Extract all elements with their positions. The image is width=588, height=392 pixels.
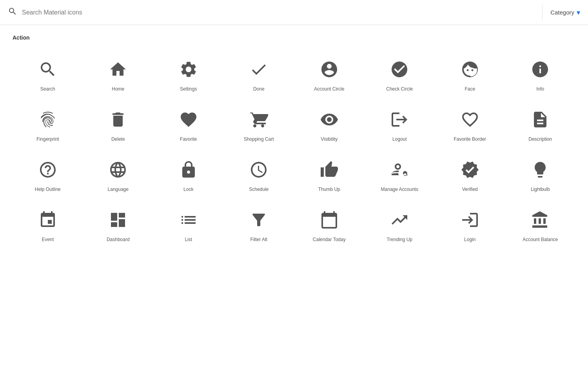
icon-label-fingerprint: Fingerprint: [36, 136, 59, 143]
manage_accounts-icon: [390, 158, 409, 181]
icon-item-filter_alt[interactable]: Filter Alt: [224, 201, 294, 248]
icon-label-help_outline: Help Outline: [35, 186, 61, 193]
icon-label-list: List: [185, 236, 192, 243]
icon-label-thumb_up: Thumb Up: [318, 186, 340, 193]
icon-label-description: Description: [528, 136, 552, 143]
icon-label-filter_alt: Filter Alt: [250, 236, 267, 243]
done-icon: [249, 58, 268, 81]
trending_up-icon: [390, 208, 409, 232]
account_circle-icon: [320, 58, 339, 81]
icon-item-info[interactable]: Info: [505, 50, 576, 97]
icon-item-delete[interactable]: Delete: [83, 100, 154, 147]
help_outline-icon: [38, 158, 57, 181]
face-icon: [461, 58, 479, 81]
icon-item-fingerprint[interactable]: Fingerprint: [13, 100, 83, 147]
main-content: Action SearchHomeSettingsDoneAccount Cir…: [0, 25, 588, 260]
category-button[interactable]: Category ▾: [550, 8, 580, 17]
icon-label-search: Search: [40, 86, 55, 93]
icon-label-visibility: Visibility: [321, 136, 338, 143]
calendar_today-icon: [320, 208, 339, 232]
chevron-down-icon: ▾: [577, 8, 580, 17]
icon-label-verified: Verified: [462, 186, 478, 193]
icon-item-list[interactable]: List: [153, 201, 224, 248]
delete-icon: [109, 108, 127, 131]
info-icon: [531, 58, 550, 81]
icon-item-manage_accounts[interactable]: Manage Accounts: [365, 151, 435, 198]
icon-item-lightbulb[interactable]: Lightbulb: [505, 151, 576, 198]
lightbulb-icon: [531, 158, 550, 181]
icon-item-face[interactable]: Face: [435, 50, 505, 97]
list-icon: [179, 208, 198, 232]
fingerprint-icon: [38, 108, 57, 131]
icon-item-favorite_border[interactable]: Favorite Border: [435, 100, 505, 147]
icon-label-login: Login: [464, 236, 475, 243]
icon-item-schedule[interactable]: Schedule: [224, 151, 294, 198]
description-icon: [531, 108, 550, 131]
icon-item-lock[interactable]: Lock: [153, 151, 224, 198]
icon-label-language: Language: [108, 186, 129, 193]
icon-item-dashboard[interactable]: Dashboard: [83, 201, 154, 248]
section-title: Action: [13, 34, 575, 41]
icon-item-help_outline[interactable]: Help Outline: [13, 151, 83, 198]
favorite-icon: [179, 108, 198, 131]
icon-label-lightbulb: Lightbulb: [531, 186, 550, 193]
icon-item-login[interactable]: Login: [435, 201, 505, 248]
icon-label-account_balance: Account Balance: [523, 236, 558, 243]
icon-label-face: Face: [465, 86, 475, 93]
icon-item-account_balance[interactable]: Account Balance: [505, 201, 576, 248]
icon-item-language[interactable]: Language: [83, 151, 154, 198]
icon-item-check_circle[interactable]: Check Circle: [365, 50, 435, 97]
icon-label-event: Event: [42, 236, 54, 243]
icon-label-favorite: Favorite: [180, 136, 197, 143]
icon-label-check_circle: Check Circle: [386, 86, 413, 93]
logout-icon: [390, 108, 409, 131]
icon-label-trending_up: Trending Up: [387, 236, 412, 243]
icon-label-delete: Delete: [111, 136, 125, 143]
icon-item-visibility[interactable]: Visibility: [294, 100, 365, 147]
verified-icon: [461, 158, 479, 181]
icon-item-home[interactable]: Home: [83, 50, 154, 97]
icon-item-event[interactable]: Event: [13, 201, 83, 248]
search-icon: [8, 7, 17, 18]
icon-label-account_circle: Account Circle: [314, 86, 344, 93]
icon-item-favorite[interactable]: Favorite: [153, 100, 224, 147]
home-icon: [109, 58, 127, 81]
dashboard-icon: [109, 208, 127, 232]
search-icon: [38, 58, 57, 81]
login-icon: [461, 208, 479, 232]
icon-item-done[interactable]: Done: [224, 50, 294, 97]
icon-label-lock: Lock: [183, 186, 193, 193]
icon-label-schedule: Schedule: [249, 186, 269, 193]
favorite_border-icon: [461, 108, 479, 131]
shopping_cart-icon: [249, 108, 268, 131]
icon-label-dashboard: Dashboard: [107, 236, 130, 243]
icon-label-manage_accounts: Manage Accounts: [381, 186, 418, 193]
search-input[interactable]: [22, 9, 534, 16]
icon-item-thumb_up[interactable]: Thumb Up: [294, 151, 365, 198]
icon-item-shopping_cart[interactable]: Shopping Cart: [224, 100, 294, 147]
icon-label-settings: Settings: [180, 86, 197, 93]
icon-label-home: Home: [112, 86, 124, 93]
category-label: Category: [550, 9, 574, 16]
header: Category ▾: [0, 0, 588, 25]
icon-item-logout[interactable]: Logout: [365, 100, 435, 147]
icon-label-favorite_border: Favorite Border: [454, 136, 486, 143]
lock-icon: [179, 158, 198, 181]
schedule-icon: [249, 158, 268, 181]
event-icon: [38, 208, 57, 232]
icon-label-info: Info: [536, 86, 544, 93]
language-icon: [109, 158, 127, 181]
settings-icon: [179, 58, 198, 81]
icon-grid: SearchHomeSettingsDoneAccount CircleChec…: [13, 50, 575, 248]
icon-item-calendar_today[interactable]: Calendar Today: [294, 201, 365, 248]
check_circle-icon: [390, 58, 409, 81]
account_balance-icon: [531, 208, 550, 232]
icon-label-calendar_today: Calendar Today: [313, 236, 346, 243]
icon-item-account_circle[interactable]: Account Circle: [294, 50, 365, 97]
icon-item-search[interactable]: Search: [13, 50, 83, 97]
header-divider: [542, 5, 543, 20]
icon-item-trending_up[interactable]: Trending Up: [365, 201, 435, 248]
icon-item-description[interactable]: Description: [505, 100, 576, 147]
icon-item-settings[interactable]: Settings: [153, 50, 224, 97]
icon-item-verified[interactable]: Verified: [435, 151, 505, 198]
